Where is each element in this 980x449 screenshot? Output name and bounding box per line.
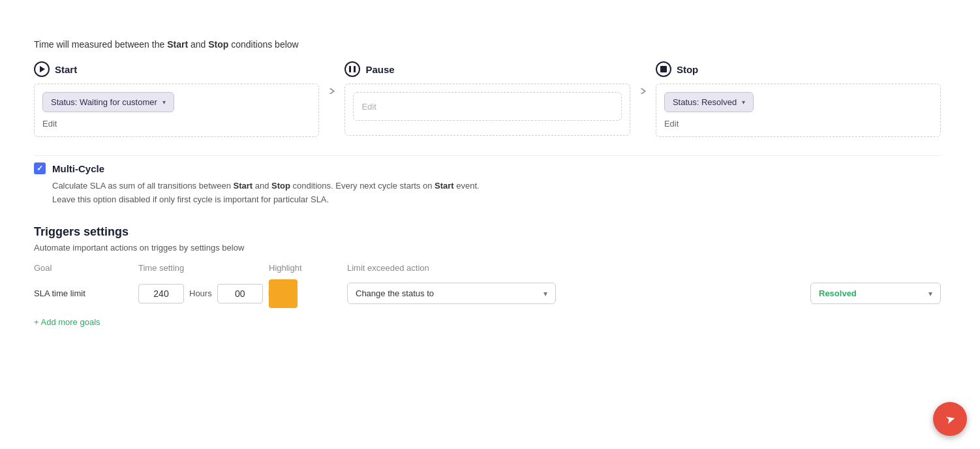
stop-icon <box>656 61 671 77</box>
action-dropdown-label: Change the status to <box>356 288 538 298</box>
time-measure-description: Time will measured between the Start and… <box>34 39 941 50</box>
multi-cycle-checkbox[interactable] <box>34 163 46 174</box>
mc-desc-part1: Calculate SLA as sum of all transitions … <box>52 181 233 191</box>
time-measure-text-part1: Time will measured between the <box>34 39 167 50</box>
stop-header: Stop <box>656 61 941 77</box>
arrow-2-symbol: › <box>639 82 647 99</box>
table-headers: Goal Time setting Highlight Limit exceed… <box>34 263 941 273</box>
mc-start-bold2: Start <box>435 181 454 191</box>
stop-dropdown-label: Status: Resolved <box>673 97 737 107</box>
highlight-color-swatch[interactable] <box>269 279 298 308</box>
col-goal: Goal <box>34 263 138 273</box>
stop-status-dropdown[interactable]: Status: Resolved ▾ <box>664 92 754 112</box>
start-dropdown-chevron: ▾ <box>162 99 166 106</box>
start-label: Start <box>55 64 77 75</box>
stop-inner <box>660 66 667 72</box>
mc-start-bold: Start <box>233 181 253 191</box>
minutes-input[interactable] <box>217 284 263 303</box>
action-dropdown[interactable]: Change the status to ▾ <box>347 283 556 304</box>
conditions-row: Start Status: Waiting for customer ▾ Edi… <box>34 61 941 137</box>
mc-desc-line2: Leave this option disabled if only first… <box>52 194 329 204</box>
stop-dropdown-chevron: ▾ <box>742 99 745 106</box>
multi-cycle-header: Multi-Cycle <box>34 163 941 174</box>
arrow-1-symbol: › <box>328 82 335 99</box>
pause-bar-2 <box>354 66 356 72</box>
and-text: and <box>188 39 208 50</box>
triggers-title: Triggers settings <box>34 225 941 239</box>
action-dropdown-chevron: ▾ <box>544 289 547 298</box>
conditions-text: conditions below <box>228 39 298 50</box>
col-time-setting: Time setting <box>138 263 269 273</box>
pause-body: Edit <box>345 84 630 136</box>
status-resolved-label: Resolved <box>819 288 923 298</box>
arrow-divider-1: › <box>319 82 345 99</box>
pause-edit-placeholder: Edit <box>361 102 376 112</box>
multi-cycle-description: Calculate SLA as sum of all transitions … <box>52 179 941 207</box>
pause-label: Pause <box>365 64 394 75</box>
stop-block: Stop Status: Resolved ▾ Edit <box>656 61 941 137</box>
add-more-goals-link[interactable]: + Add more goals <box>34 317 941 327</box>
start-status-dropdown[interactable]: Status: Waiting for customer ▾ <box>42 92 174 112</box>
hours-input[interactable] <box>138 284 184 303</box>
pause-bar-1 <box>349 66 351 72</box>
triggers-section: Triggers settings Automate important act… <box>34 225 941 327</box>
stop-label: Stop <box>677 64 698 75</box>
table-row: SLA time limit Hours Minutes Change the … <box>34 279 941 308</box>
content: Time will measured between the Start and… <box>34 39 954 327</box>
start-edit-link[interactable]: Edit <box>42 119 311 129</box>
pause-icon <box>345 61 360 77</box>
start-dropdown-label: Status: Waiting for customer <box>51 97 157 107</box>
pause-header: Pause <box>345 61 630 77</box>
pause-block: Pause Edit <box>345 61 630 136</box>
status-resolved-dropdown[interactable]: Resolved ▾ <box>810 283 941 304</box>
multi-cycle-section: Multi-Cycle Calculate SLA as sum of all … <box>34 155 941 207</box>
start-header: Start <box>34 61 319 77</box>
mc-desc-cont: conditions. Every next cycle starts on <box>290 181 435 191</box>
col-highlight: Highlight <box>269 263 347 273</box>
multi-cycle-label: Multi-Cycle <box>52 163 104 174</box>
time-inputs: Hours Minutes <box>138 284 269 303</box>
start-bold: Start <box>167 39 188 50</box>
col-limit-exceeded: Limit exceeded action <box>347 263 810 273</box>
mc-stop-bold: Stop <box>271 181 290 191</box>
stop-bold: Stop <box>208 39 228 50</box>
mc-and-text: and <box>253 181 271 191</box>
triggers-subtitle: Automate important actions on trigges by… <box>34 243 941 253</box>
stop-edit-link[interactable]: Edit <box>664 119 932 129</box>
play-icon <box>34 61 50 77</box>
mc-event-text: event. <box>454 181 480 191</box>
start-block: Start Status: Waiting for customer ▾ Edi… <box>34 61 319 137</box>
page-wrapper: Time will measured between the Start and… <box>0 0 980 449</box>
arrow-divider-2: › <box>630 82 656 99</box>
col-empty <box>810 263 941 273</box>
status-resolved-chevron: ▾ <box>928 289 932 298</box>
start-body: Status: Waiting for customer ▾ Edit <box>34 84 319 137</box>
hours-label: Hours <box>189 288 212 298</box>
stop-body: Status: Resolved ▾ Edit <box>656 84 941 137</box>
goal-label: SLA time limit <box>34 288 138 298</box>
fab-button[interactable] <box>933 402 967 436</box>
pause-edit-input[interactable]: Edit <box>353 92 621 121</box>
